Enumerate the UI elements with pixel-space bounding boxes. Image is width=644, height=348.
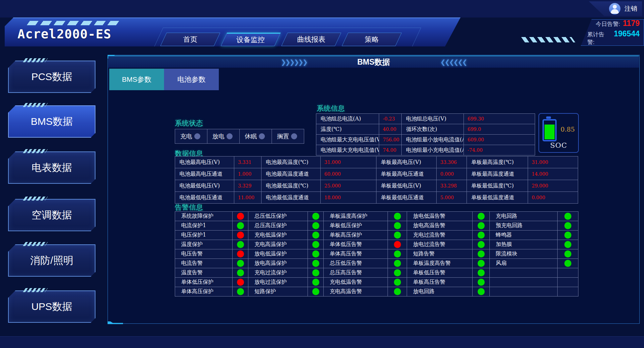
alarm-dot-cell <box>308 259 323 268</box>
status-indicator-icon <box>227 133 233 139</box>
alarm-label <box>490 278 557 287</box>
info-value: 609.00 <box>464 135 535 145</box>
alarm-dot-cell <box>388 287 407 296</box>
alarm-dot-cell <box>473 240 489 249</box>
alarm-dot-cell <box>388 268 407 277</box>
panel-title-bar: BMS数据 <box>108 56 639 68</box>
alarm-label: 总压低压告警 <box>324 259 388 268</box>
status-cell-0: 充电 <box>175 129 207 143</box>
alarm-indicator-icon <box>564 250 571 257</box>
alarm-indicator-icon <box>478 232 485 239</box>
sidebar-item-5[interactable]: UPS数据 <box>8 290 95 323</box>
alarm-dot-cell <box>233 231 248 240</box>
sidebar-item-surface: 电表数据 <box>8 151 95 184</box>
info-label: 电池组最大充电电压值(V) <box>316 135 379 145</box>
tab-bms-params[interactable]: BMS参数 <box>109 69 164 90</box>
alarm-dot-cell <box>388 259 407 268</box>
alarm-label: 放电过流告警 <box>407 240 472 249</box>
sidebar-item-label: 空调数据 <box>32 208 72 222</box>
alarm-dot-cell <box>558 212 578 221</box>
alarm-dot-cell <box>233 268 248 277</box>
alarm-label <box>490 268 557 277</box>
alarm-dot-cell <box>233 221 248 230</box>
alarm-label: 温度保护 <box>175 240 232 249</box>
info-label: 电池最低电压通道 <box>175 192 234 203</box>
alarm-indicator-icon <box>564 232 571 239</box>
alarm-indicator-icon <box>478 222 485 229</box>
info-label: 单板最高电压通道 <box>376 168 436 180</box>
alarm-dot-cell <box>308 221 323 230</box>
sidebar-item-surface: UPS数据 <box>8 290 95 323</box>
sidebar-item-1[interactable]: BMS数据 <box>8 105 95 138</box>
alarm-label: 总压低压保护 <box>248 212 308 221</box>
alarm-dot-cell <box>558 231 578 240</box>
info-label: 单板最低电压(V) <box>376 180 436 192</box>
alarm-label: 充电高温告警 <box>324 287 388 296</box>
alarm-label: 加热膜 <box>490 240 557 249</box>
sidebar-item-0[interactable]: PCS数据 <box>8 61 95 93</box>
sidebar-item-surface: 消防/照明 <box>8 244 95 277</box>
alarm-label: 放电低温告警 <box>407 212 472 221</box>
alarm-dot-cell <box>388 231 407 240</box>
soc-panel: 0.85 SOC <box>538 113 579 153</box>
chevrons-right-icon <box>281 58 307 66</box>
info-value: 756.00 <box>379 135 401 145</box>
info-value: 33.298 <box>437 180 467 192</box>
info-label: 电池组最小放电电流值(A) <box>402 135 464 145</box>
alarm-label: 总压高压保护 <box>248 221 308 230</box>
alarm-label: 单板低压告警 <box>407 268 472 277</box>
alarm-dot-cell <box>233 259 248 268</box>
alarm-label: 单板高压告警 <box>407 278 472 287</box>
status-label: 休眠 <box>245 132 257 140</box>
sidebar-item-label: 消防/照明 <box>30 254 73 268</box>
tab-battery-params[interactable]: 电池参数 <box>164 69 219 90</box>
slashes-icon <box>521 37 575 42</box>
slashes-icon <box>23 242 48 246</box>
alarm-indicator-icon <box>312 260 319 267</box>
info-label: 电池最低温度通道 <box>261 192 320 203</box>
system-status-table: 充电放电休眠搁置 <box>175 129 304 144</box>
nav-tab-1[interactable]: 设备监控 <box>221 33 281 46</box>
slashes-icon <box>23 149 48 153</box>
nav-tab-2[interactable]: 曲线报表 <box>281 33 341 46</box>
alarm-dot-cell <box>558 240 578 249</box>
sidebar-item-4[interactable]: 消防/照明 <box>8 244 95 277</box>
alarm-indicator-icon <box>312 269 319 276</box>
alarm-indicator-icon <box>478 250 485 257</box>
nav-tab-3[interactable]: 策略 <box>342 33 402 46</box>
system-info-table: 电池组总电流(A)-0.23电池组总电压(V)699.30温度(℃)40.00循… <box>316 113 535 155</box>
today-alarm-value: 1179 <box>623 19 640 28</box>
alarm-indicator-icon <box>394 288 401 295</box>
alarm-indicator-icon <box>312 213 319 220</box>
info-value: 31.000 <box>321 156 376 168</box>
info-label: 电池最高电压通道 <box>175 168 234 180</box>
info-value: 40.00 <box>379 124 401 134</box>
alarm-indicator-icon <box>394 269 401 276</box>
alarm-label: 单体低压保护 <box>175 278 232 287</box>
alarm-label: 短路保护 <box>248 287 308 296</box>
slashes-icon <box>23 58 48 62</box>
alarm-label: 充电高温保护 <box>248 240 308 249</box>
alarm-indicator-icon <box>564 213 571 220</box>
status-cell-1: 放电 <box>207 129 239 143</box>
info-label: 单板最低温度通道 <box>467 192 528 203</box>
nav-tab-label: 策略 <box>365 35 379 44</box>
sidebar-item-2[interactable]: 电表数据 <box>8 151 95 184</box>
sidebar-item-3[interactable]: 空调数据 <box>8 199 95 231</box>
alarm-label: 充电低温告警 <box>324 278 388 287</box>
alarm-dot-cell <box>473 231 489 240</box>
alarm-indicator-icon <box>394 213 401 220</box>
user-avatar-icon <box>609 3 620 14</box>
alarm-indicator-icon <box>312 232 319 239</box>
nav-tab-0[interactable]: 首页 <box>160 33 220 46</box>
alarm-dot-cell <box>388 249 407 258</box>
info-label: 电池最低温度(℃) <box>261 180 320 192</box>
alarm-indicator-icon <box>394 260 401 267</box>
status-cell-3: 搁置 <box>272 129 304 143</box>
alarm-indicator-icon <box>237 222 244 229</box>
total-alarm-value: 196544 <box>614 29 640 38</box>
logout-button[interactable]: 注销 <box>589 1 642 16</box>
alarm-dot-cell <box>558 268 578 277</box>
alarm-label: 单体高压保护 <box>175 287 232 296</box>
info-label: 单板最高温度(℃) <box>467 156 528 168</box>
